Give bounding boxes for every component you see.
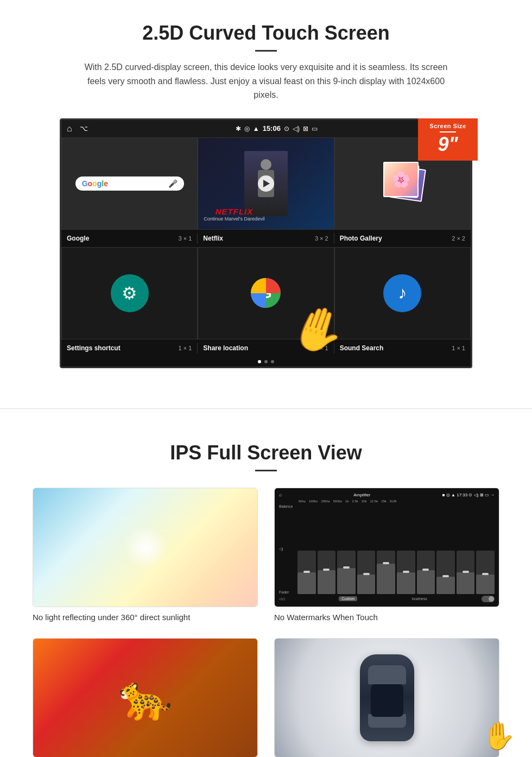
android-screen: ⌂ ⌥ ✱ ◎ ▲ 15:06 ⊙ ◁) [60,118,472,368]
slider-10-thumb [482,573,489,575]
google-maps-logo: G [251,278,281,308]
slider-7-fill [417,570,435,594]
amplifier-screen: ⌂ Amplifier ■ ◎ ▲ 17:33 ⊙ ◁) ⊠ ▭ → 60hz … [275,488,499,607]
dot-1 [258,360,261,363]
feature-viewing-angle: Large Viewing Angle [274,638,499,757]
car-body [360,654,414,741]
settings-label-cell: Settings shortcut 1 × 1 [61,343,198,354]
slider-1-thumb [303,571,310,573]
slider-5[interactable] [377,551,395,594]
ips-section: IPS Full Screen View No light reflecting… [0,431,532,757]
amp-speaker-icon: ◁) [279,547,295,551]
badge-top-text: Screen Size [426,123,470,129]
settings-icon-container: ⚙ [111,274,149,312]
app-labels-row1: Google 3 × 1 Netflix 3 × 2 Photo Gallery… [61,230,471,247]
google-app-cell[interactable]: Google 🎤 [61,137,198,230]
amp-footer: ◁◁ Custom loudness [279,596,495,602]
badge-size: 9" [426,135,470,154]
signal-icon: ▲ [253,125,259,133]
volume-icon: ◁) [293,125,300,133]
camera-icon: ⊙ [284,125,289,133]
feature-no-light: No light reflecting under 360° direct su… [33,488,258,622]
no-light-caption: No light reflecting under 360° direct su… [33,613,258,622]
share-location-app-cell[interactable]: G 🤚 [198,247,334,339]
figure-head [261,159,271,170]
amp-custom-button[interactable]: Custom [339,596,357,601]
location-icon: ◎ [244,125,250,133]
slider-10[interactable] [476,551,495,594]
section1-title: 2.5D Curved Touch Screen [33,22,499,45]
cheetah-emoji: 🐆 [118,672,173,723]
amp-toggle-knob [489,596,494,602]
app-labels-row2: Settings shortcut 1 × 1 Share location 1… [61,339,471,357]
page-indicator [61,357,471,367]
settings-gear-icon: ⚙ [122,283,137,304]
google-mic-icon[interactable]: 🎤 [168,179,178,188]
car-background [275,639,499,757]
slider-3-fill [337,568,356,594]
amp-body: Balance ◁) Fader [279,504,495,594]
amp-nav-icon[interactable]: ◁◁ [279,597,284,601]
amp-balance-label: Balance [279,504,295,508]
dot-3 [271,360,274,363]
dot-2 [264,360,268,363]
slider-6[interactable] [397,551,415,594]
status-time: 15:06 [263,124,281,133]
amp-sliders [297,504,495,594]
netflix-subtitle: Continue Marvel's Daredevil [204,216,264,222]
cheetah-image: 🐆 [33,638,258,757]
slider-2[interactable] [318,551,336,594]
slider-6-thumb [403,571,409,573]
google-app-name: Google [67,235,89,242]
share-label-cell: Share location 1 × 1 [198,343,334,354]
settings-grid-size: 1 × 1 [179,345,192,351]
amp-fader-label: Fader [279,590,295,594]
slider-8[interactable] [436,551,455,594]
settings-app-cell[interactable]: ⚙ [61,247,198,339]
google-label-cell: Google 3 × 1 [61,233,198,244]
maps-red-segment [266,278,281,293]
app-grid-row2: ⚙ G [61,247,471,339]
slider-3[interactable] [337,551,356,594]
slider-4[interactable] [357,551,376,594]
play-button[interactable] [258,175,274,192]
sound-search-app-cell[interactable]: ♪ [334,247,471,339]
netflix-app-cell[interactable]: NETFLIX Continue Marvel's Daredevil [198,137,334,230]
features-grid: No light reflecting under 360° direct su… [33,488,499,757]
status-center: ✱ ◎ ▲ 15:06 ⊙ ◁) ⊠ ▭ [88,124,465,133]
slider-2-thumb [323,569,330,571]
music-note-icon: ♪ [398,283,407,303]
window-icon: ▭ [312,125,318,133]
slider-8-fill [436,577,455,594]
car-image [274,638,499,757]
sound-icon-container: ♪ [383,274,421,312]
slider-4-thumb [363,573,370,575]
cheetah-background: 🐆 [33,639,257,757]
home-icon[interactable]: ⌂ [67,124,72,134]
amp-loudness-toggle[interactable] [482,596,495,602]
slider-1[interactable] [297,551,316,594]
ips-title-divider [255,470,277,471]
slider-9-thumb [463,571,469,573]
car-windshield [368,665,406,684]
device-wrapper: Screen Size 9" ⌂ ⌥ ✱ ◎ ▲ [60,118,472,368]
sound-grid-size: 1 × 1 [452,345,465,351]
slider-9-fill [457,572,475,594]
slider-7[interactable] [417,551,435,594]
amp-loudness-label: loudness [412,597,427,601]
gallery-label-cell: Photo Gallery 2 × 2 [334,233,471,244]
slider-8-thumb [442,575,449,577]
flower-image: 🌸 [384,163,417,196]
share-app-name: Share location [203,344,248,352]
slider-9[interactable] [457,551,475,594]
gallery-app-name: Photo Gallery [340,235,382,242]
slider-4-fill [357,575,376,594]
slider-2-fill [318,570,336,594]
google-search-bar[interactable]: Google 🎤 [75,176,184,191]
slider-3-thumb [343,566,350,569]
section2-title: IPS Full Screen View [33,441,499,464]
google-grid-size: 3 × 1 [179,235,192,242]
slider-5-thumb [383,562,389,564]
car-top-view [344,654,430,741]
maps-yellow-segment [251,278,266,293]
